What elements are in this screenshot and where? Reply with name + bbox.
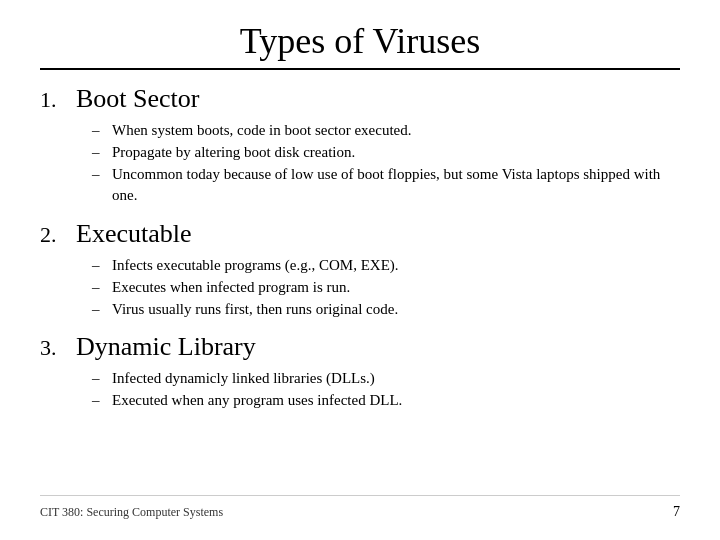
slide-title: Types of Viruses	[40, 20, 680, 62]
footer-course: CIT 380: Securing Computer Systems	[40, 505, 223, 520]
bullet-text: Executed when any program uses infected …	[112, 390, 680, 412]
title-divider	[40, 68, 680, 70]
dash-icon: –	[92, 299, 104, 321]
section-1-number: 1.	[40, 87, 76, 113]
dash-icon: –	[92, 390, 104, 412]
slide: Types of Viruses 1. Boot Sector – When s…	[0, 0, 720, 540]
dash-icon: –	[92, 277, 104, 299]
list-item: – Infected dynamicly linked libraries (D…	[92, 368, 680, 390]
bullet-text: When system boots, code in boot sector e…	[112, 120, 680, 142]
list-item: – Infects executable programs (e.g., COM…	[92, 255, 680, 277]
bullet-text: Executes when infected program is run.	[112, 277, 680, 299]
section-1-bullets: – When system boots, code in boot sector…	[40, 120, 680, 207]
section-1-header: 1. Boot Sector	[40, 84, 680, 114]
dash-icon: –	[92, 255, 104, 277]
list-item: – Propagate by altering boot disk creati…	[92, 142, 680, 164]
section-3-title: Dynamic Library	[76, 332, 256, 362]
list-item: – Executed when any program uses infecte…	[92, 390, 680, 412]
section-3-header: 3. Dynamic Library	[40, 332, 680, 362]
footer-page-number: 7	[673, 504, 680, 520]
list-item: – Executes when infected program is run.	[92, 277, 680, 299]
section-2-title: Executable	[76, 219, 192, 249]
bullet-text: Uncommon today because of low use of boo…	[112, 164, 680, 208]
slide-content: 1. Boot Sector – When system boots, code…	[40, 80, 680, 495]
list-item: – Virus usually runs first, then runs or…	[92, 299, 680, 321]
slide-footer: CIT 380: Securing Computer Systems 7	[40, 495, 680, 520]
bullet-text: Infects executable programs (e.g., COM, …	[112, 255, 680, 277]
section-3-bullets: – Infected dynamicly linked libraries (D…	[40, 368, 680, 412]
bullet-text: Virus usually runs first, then runs orig…	[112, 299, 680, 321]
bullet-text: Infected dynamicly linked libraries (DLL…	[112, 368, 680, 390]
bullet-text: Propagate by altering boot disk creation…	[112, 142, 680, 164]
dash-icon: –	[92, 120, 104, 142]
dash-icon: –	[92, 142, 104, 164]
list-item: – Uncommon today because of low use of b…	[92, 164, 680, 208]
section-1-title: Boot Sector	[76, 84, 200, 114]
dash-icon: –	[92, 368, 104, 390]
list-item: – When system boots, code in boot sector…	[92, 120, 680, 142]
dash-icon: –	[92, 164, 104, 186]
section-2-number: 2.	[40, 222, 76, 248]
section-3-number: 3.	[40, 335, 76, 361]
section-2-bullets: – Infects executable programs (e.g., COM…	[40, 255, 680, 320]
section-2-header: 2. Executable	[40, 219, 680, 249]
